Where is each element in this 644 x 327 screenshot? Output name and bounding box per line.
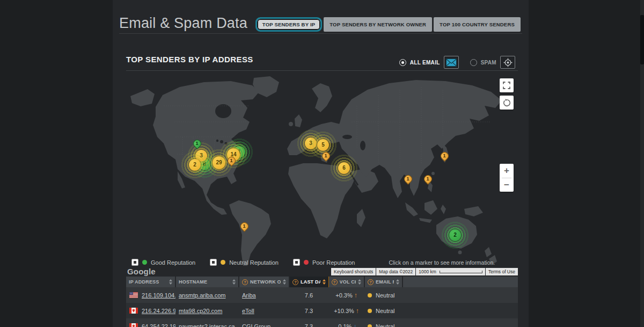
- help-icon: ?: [332, 279, 338, 285]
- column-label: IP ADDRESS: [129, 279, 159, 285]
- map-pin-marker[interactable]: 1: [240, 222, 249, 234]
- network-owner-link[interactable]: eToll: [242, 308, 254, 314]
- column-header-last-day-vol[interactable]: ?LAST DAY VOL: [289, 277, 328, 287]
- zoom-out-button[interactable]: −: [500, 178, 514, 192]
- legend-label: Poor Reputation: [312, 259, 355, 266]
- spam-target-icon: [503, 58, 513, 67]
- email-rep-cell: Neutral: [364, 287, 402, 303]
- scrollbar-thumb[interactable]: [640, 15, 644, 64]
- title-divider: [119, 33, 522, 34]
- column-label: VOL CHANGE: [340, 279, 356, 285]
- legend-label: Neutral Reputation: [229, 259, 279, 266]
- content-panel: Email & Spam Data TOP SENDERS BY IPTOP S…: [113, 0, 529, 327]
- hostname-link[interactable]: ansmtp.ariba.com: [179, 292, 225, 299]
- vol-change-cell: +0.3%↑: [328, 287, 364, 303]
- tab-top-100-country-senders[interactable]: TOP 100 COUNTRY SENDERS: [434, 17, 521, 32]
- cluster-count: 2: [189, 159, 201, 171]
- terms-of-use-link[interactable]: Terms of Use: [486, 268, 518, 275]
- reputation-label: Neutral: [376, 308, 394, 314]
- column-header-hostname[interactable]: HOSTNAME: [175, 277, 239, 287]
- cluster-count: 6: [338, 162, 350, 174]
- sort-icon: [323, 279, 326, 285]
- map-pin-marker[interactable]: 1: [441, 152, 449, 164]
- spam-target-icon-button[interactable]: [500, 56, 515, 69]
- map-pin-marker[interactable]: 1: [322, 152, 331, 164]
- envelope-icon-button[interactable]: [444, 56, 459, 69]
- trend-up-icon: ↑: [356, 307, 359, 315]
- column-header-ip-address[interactable]: IP ADDRESS: [126, 277, 175, 287]
- legend-checkbox-neutral-reputation[interactable]: [210, 259, 217, 266]
- map-pin-marker[interactable]: 1: [404, 175, 413, 187]
- legend-label: Good Reputation: [151, 259, 195, 266]
- vol-change-cell: +10.3%↑: [328, 303, 364, 318]
- network-owner-cell: Ariba: [239, 287, 289, 303]
- page-scrollbar[interactable]: [640, 0, 644, 327]
- radio-spam[interactable]: [470, 59, 477, 66]
- legend-checkbox-good-reputation[interactable]: [131, 259, 138, 266]
- last-day-vol-cell: 7.3: [289, 318, 328, 327]
- network-owner-link[interactable]: Ariba: [242, 292, 256, 299]
- us-flag-icon: [129, 292, 138, 298]
- pin-count: 1: [193, 141, 201, 146]
- envelope-icon: [446, 59, 457, 67]
- trend-up-icon: ↑: [354, 292, 357, 299]
- help-icon: ?: [242, 279, 248, 285]
- column-header-network-owner[interactable]: ?NETWORK OWNER: [239, 277, 289, 287]
- scale-bar: [440, 271, 482, 273]
- map-scale: 1000 km: [416, 268, 485, 275]
- network-owner-cell: CGI Group: [239, 318, 289, 327]
- radio-all-email[interactable]: [399, 59, 406, 66]
- map-legend: Good ReputationNeutral ReputationPoor Re…: [131, 259, 495, 266]
- ip-address-link[interactable]: 64.254.22.193: [142, 323, 175, 327]
- header-filler: [402, 277, 518, 287]
- map-pin-marker[interactable]: 1: [193, 140, 202, 151]
- column-label: NETWORK OWNER: [250, 279, 281, 285]
- column-label: LAST DAY VOL: [301, 279, 320, 285]
- fullscreen-icon: [503, 82, 510, 89]
- fullscreen-button[interactable]: [500, 78, 514, 92]
- vol-change-value: +10.3%: [334, 308, 354, 314]
- map-pin-marker[interactable]: 1: [424, 175, 433, 187]
- map-cluster-marker[interactable]: 2: [440, 220, 470, 250]
- column-header-vol-change[interactable]: ?VOL CHANGE: [328, 277, 364, 287]
- legend-item-good-reputation: Good Reputation: [131, 259, 195, 266]
- scale-label: 1000 km: [419, 269, 436, 274]
- map-pin-marker[interactable]: 1: [228, 157, 236, 169]
- table-header-row: IP ADDRESSHOSTNAME?NETWORK OWNER?LAST DA…: [126, 277, 518, 287]
- filter-label-spam: SPAM: [481, 60, 496, 66]
- ip-address-link[interactable]: 216.109.104.12: [142, 292, 175, 299]
- hostname-link[interactable]: mta98.cp20.com: [179, 308, 222, 314]
- google-logo[interactable]: Google: [127, 267, 156, 276]
- hostname-link[interactable]: payments2.interac.ca: [179, 323, 235, 327]
- last-day-vol-cell: 7.6: [289, 287, 328, 303]
- email-rep-cell: Neutral: [364, 318, 402, 327]
- pin-count: 1: [322, 153, 330, 158]
- map-cluster-marker[interactable]: 6: [329, 153, 359, 183]
- pin-count: 1: [240, 223, 248, 229]
- ip-address-link[interactable]: 216.24.226.98: [142, 308, 175, 314]
- ip-address-cell: 216.109.104.12: [126, 287, 175, 303]
- ca-flag-icon: [129, 308, 138, 314]
- legend-items: Good ReputationNeutral ReputationPoor Re…: [131, 259, 369, 266]
- legend-checkbox-poor-reputation[interactable]: [293, 259, 300, 266]
- world-map[interactable]: 8123229143561111111 + − Good ReputationN…: [126, 74, 518, 277]
- row-filler: [402, 287, 518, 303]
- zoom-in-button[interactable]: +: [500, 164, 514, 178]
- tab-top-senders-by-network-owner[interactable]: TOP SENDERS BY NETWORK OWNER: [324, 17, 432, 32]
- ca-flag-icon: [129, 323, 138, 327]
- filter-all-email: ALL EMAIL: [399, 56, 459, 69]
- sort-icon: [358, 279, 361, 285]
- network-owner-link[interactable]: CGI Group: [242, 323, 270, 327]
- tab-top-senders-by-ip[interactable]: TOP SENDERS BY IP: [255, 17, 322, 32]
- checkbox-check-icon: [134, 261, 136, 264]
- column-header-email-rep[interactable]: ?EMAIL REP: [364, 277, 402, 287]
- filter-label-all-email: ALL EMAIL: [410, 60, 440, 66]
- top-senders-table: IP ADDRESSHOSTNAME?NETWORK OWNER?LAST DA…: [126, 277, 518, 327]
- reset-view-button[interactable]: [500, 96, 514, 110]
- pin-count: 1: [228, 158, 236, 163]
- pin-count: 1: [441, 153, 449, 158]
- filter-spam: SPAM: [470, 56, 515, 69]
- help-icon: ?: [292, 279, 298, 285]
- keyboard-shortcuts-link[interactable]: Keyboard shortcuts: [331, 268, 376, 275]
- map-data-label: Map data ©2022: [376, 268, 415, 275]
